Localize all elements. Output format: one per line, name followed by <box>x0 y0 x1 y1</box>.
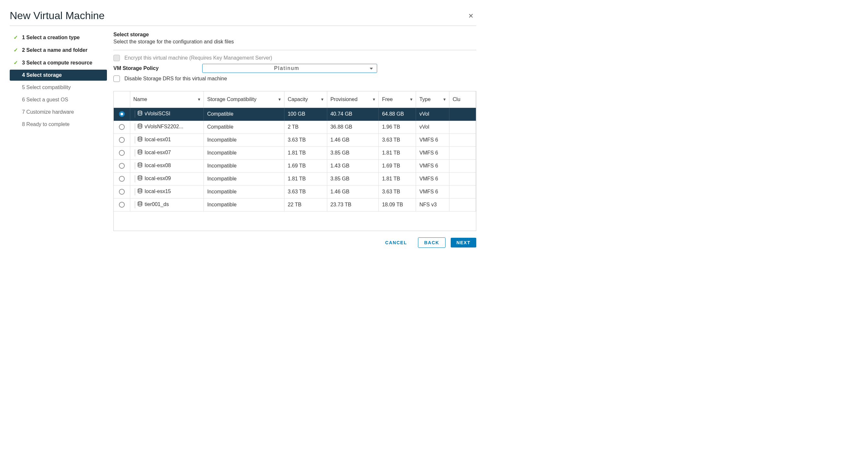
cell-cluster <box>449 172 476 185</box>
cell-radio[interactable] <box>114 107 130 121</box>
col-header-provisioned[interactable]: Provisioned▼ <box>327 91 379 107</box>
cell-radio[interactable] <box>114 159 130 172</box>
separator <box>135 149 135 157</box>
wizard-step-select-storage[interactable]: 4 Select storage <box>10 70 107 81</box>
encrypt-checkbox <box>114 55 120 61</box>
table-row[interactable]: local-esx08Incompatible1.69 TB1.43 GB1.6… <box>114 159 476 172</box>
datastore-icon <box>137 162 143 169</box>
policy-row: VM Storage Policy Platinum <box>114 64 476 73</box>
table-row[interactable]: local-esx01Incompatible3.63 TB1.46 GB3.6… <box>114 133 476 146</box>
encrypt-label: Encrypt this virtual machine (Requires K… <box>124 55 272 61</box>
cell-compat: Compatible <box>204 107 284 121</box>
filter-icon[interactable]: ▼ <box>409 97 413 102</box>
wizard-step-label: 5 Select compatibility <box>22 85 71 90</box>
filter-icon[interactable]: ▼ <box>372 97 376 102</box>
encrypt-row: Encrypt this virtual machine (Requires K… <box>114 55 476 61</box>
modal-title: New Virtual Machine <box>10 10 105 22</box>
cell-type: VMFS 6 <box>416 146 450 159</box>
cell-capacity: 100 GB <box>284 107 327 121</box>
table-row[interactable]: local-esx09Incompatible1.81 TB3.85 GB1.8… <box>114 172 476 185</box>
datastore-name: local-esx09 <box>145 175 171 181</box>
radio-icon[interactable] <box>119 163 125 169</box>
datastore-name: local-esx01 <box>145 137 171 142</box>
wizard-step-label: 6 Select a guest OS <box>22 97 68 103</box>
table-row[interactable]: local-esx07Incompatible1.81 TB3.85 GB1.8… <box>114 146 476 159</box>
filter-icon[interactable]: ▼ <box>278 97 282 102</box>
separator <box>135 201 135 208</box>
radio-icon[interactable] <box>119 111 125 117</box>
cell-type: VMFS 6 <box>416 159 450 172</box>
cell-radio[interactable] <box>114 185 130 198</box>
table-row[interactable]: tier001_dsIncompatible22 TB23.73 TB18.09… <box>114 198 476 211</box>
check-icon: ✓ <box>13 60 19 66</box>
cell-provisioned: 36.88 GB <box>327 121 379 133</box>
col-header-type[interactable]: Type▼ <box>416 91 450 107</box>
datastore-name: local-esx07 <box>145 150 171 155</box>
radio-icon[interactable] <box>119 176 125 182</box>
svg-point-0 <box>138 111 142 113</box>
close-button[interactable]: ✕ <box>466 11 476 21</box>
cell-compat: Incompatible <box>204 146 284 159</box>
cell-capacity: 3.63 TB <box>284 185 327 198</box>
wizard-step-creation-type[interactable]: ✓ 1 Select a creation type <box>10 32 107 43</box>
cell-free: 64.88 GB <box>379 107 416 121</box>
col-header-free[interactable]: Free▼ <box>379 91 416 107</box>
next-button[interactable]: NEXT <box>451 238 476 248</box>
cell-name: local-esx08 <box>130 159 204 172</box>
col-header-cluster[interactable]: Clu <box>449 91 476 107</box>
cell-cluster <box>449 185 476 198</box>
datastore-table: Name▼ Storage Compatibility▼ Capacity▼ P… <box>114 91 476 211</box>
table-row[interactable]: local-esx15Incompatible3.63 TB1.46 GB3.6… <box>114 185 476 198</box>
cell-radio[interactable] <box>114 172 130 185</box>
cell-radio[interactable] <box>114 133 130 146</box>
cancel-button[interactable]: CANCEL <box>379 238 413 248</box>
cell-name: local-esx07 <box>130 146 204 159</box>
table-row[interactable]: vVolsiSCSICompatible100 GB40.74 GB64.88 … <box>114 107 476 121</box>
radio-icon[interactable] <box>119 124 125 130</box>
cell-compat: Incompatible <box>204 172 284 185</box>
cell-capacity: 2 TB <box>284 121 327 133</box>
wizard-step-label: 2 Select a name and folder <box>22 47 88 53</box>
wizard-sidebar: ✓ 1 Select a creation type ✓ 2 Select a … <box>10 32 107 231</box>
radio-icon[interactable] <box>119 150 125 156</box>
filter-icon[interactable]: ▼ <box>442 97 446 102</box>
col-header-compat[interactable]: Storage Compatibility▼ <box>204 91 284 107</box>
cell-type: vVol <box>416 107 450 121</box>
col-header-capacity[interactable]: Capacity▼ <box>284 91 327 107</box>
new-vm-modal: New Virtual Machine ✕ ✓ 1 Select a creat… <box>0 0 486 258</box>
cell-free: 1.81 TB <box>379 172 416 185</box>
radio-icon[interactable] <box>119 189 125 195</box>
vm-storage-policy-label: VM Storage Policy <box>114 65 198 71</box>
cell-free: 1.81 TB <box>379 146 416 159</box>
disable-drs-checkbox[interactable] <box>114 75 120 82</box>
cell-radio[interactable] <box>114 121 130 133</box>
cell-capacity: 3.63 TB <box>284 133 327 146</box>
panel-title: Select storage <box>114 32 476 38</box>
check-icon: ✓ <box>13 47 19 53</box>
wizard-step-name-folder[interactable]: ✓ 2 Select a name and folder <box>10 44 107 56</box>
filter-icon[interactable]: ▼ <box>197 97 201 102</box>
table-row[interactable]: vVolsNFS2202...Compatible2 TB36.88 GB1.9… <box>114 121 476 133</box>
modal-body: ✓ 1 Select a creation type ✓ 2 Select a … <box>10 32 476 231</box>
filter-icon[interactable]: ▼ <box>320 97 324 102</box>
svg-point-4 <box>138 163 142 165</box>
cell-radio[interactable] <box>114 198 130 211</box>
cell-name: local-esx09 <box>130 172 204 185</box>
vm-storage-policy-value: Platinum <box>274 65 299 71</box>
svg-point-7 <box>138 202 142 203</box>
wizard-step-label: 1 Select a creation type <box>22 35 80 40</box>
vm-storage-policy-select[interactable]: Platinum <box>202 64 377 73</box>
wizard-step-ready-complete: 8 Ready to complete <box>10 119 107 130</box>
datastore-table-wrap[interactable]: Name▼ Storage Compatibility▼ Capacity▼ P… <box>114 91 476 231</box>
wizard-step-customize-hardware: 7 Customize hardware <box>10 106 107 118</box>
back-button[interactable]: BACK <box>418 237 445 248</box>
check-icon: ✓ <box>13 34 19 40</box>
close-icon: ✕ <box>468 12 474 20</box>
table-header-row: Name▼ Storage Compatibility▼ Capacity▼ P… <box>114 91 476 107</box>
radio-icon[interactable] <box>119 202 125 208</box>
radio-icon[interactable] <box>119 137 125 143</box>
cell-radio[interactable] <box>114 146 130 159</box>
col-header-name[interactable]: Name▼ <box>130 91 204 107</box>
wizard-step-compute-resource[interactable]: ✓ 3 Select a compute resource <box>10 57 107 68</box>
datastore-name: tier001_ds <box>145 201 169 207</box>
